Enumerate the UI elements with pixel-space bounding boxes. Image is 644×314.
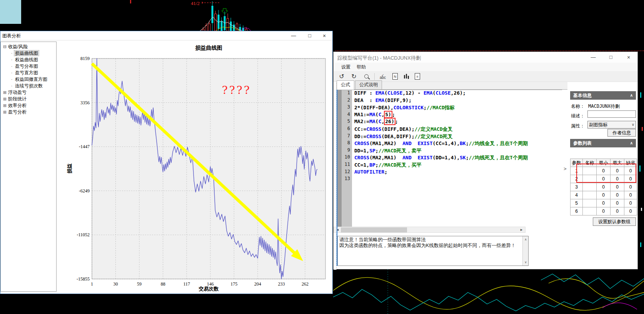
code-editor[interactable]: 1DIFF : EMA(CLOSE,12) - EMA(CLOSE,26);2D… — [337, 90, 562, 227]
param-cell[interactable]: 0 — [611, 167, 624, 175]
param-cell[interactable]: 0 — [624, 207, 637, 215]
param-cell[interactable]: 0 — [624, 167, 637, 175]
expand-icon[interactable]: ⊞ — [2, 89, 7, 96]
horizontal-scrollbar[interactable]: ◄ ► — [334, 227, 526, 233]
minimize-button[interactable]: — — [587, 53, 599, 61]
tree-item-盈亏分析[interactable]: ⊞盈亏分析 — [1, 109, 56, 115]
menu-item-设置[interactable]: 设置 — [338, 63, 354, 72]
chevron-up-icon: ∧ — [630, 139, 633, 147]
param-cell[interactable] — [583, 191, 597, 199]
tab-bar: 公式公式说明 — [337, 82, 567, 90]
dock-splitter[interactable] — [334, 52, 337, 270]
background-right-strip-mark — [639, 165, 641, 172]
collapse-icon[interactable]: ⊟ — [2, 43, 7, 50]
line-number: 8 — [337, 140, 352, 147]
close-button[interactable]: × — [623, 53, 634, 61]
param-row: 4000 — [571, 191, 637, 199]
name-label: 名称： — [571, 103, 585, 110]
svg-text:-1447: -1447 — [79, 144, 90, 149]
scroll-up-icon[interactable]: ∧ — [523, 237, 529, 242]
redo-icon[interactable]: ↻ — [350, 72, 358, 81]
tree-item-收益/风险[interactable]: ⊟收益/风险 — [1, 43, 56, 50]
menu-item-帮助[interactable]: 帮助 — [354, 63, 369, 72]
param-cell[interactable]: 0 — [611, 207, 624, 215]
tree-item-阶段统计[interactable]: ⊞阶段统计 — [1, 96, 56, 102]
scroll-down-icon[interactable]: ∨ — [523, 259, 529, 265]
tab-公式[interactable]: 公式 — [337, 80, 354, 90]
param-cell[interactable]: 0 — [624, 191, 637, 199]
tree-item-权益曲线图[interactable]: ·权益曲线图 — [1, 57, 56, 63]
new-doc-icon[interactable]: N — [391, 72, 399, 81]
background-indicator-chart — [333, 269, 644, 314]
param-cell[interactable] — [583, 207, 597, 215]
param-cell[interactable]: 0 — [611, 191, 624, 199]
minimize-button[interactable]: — — [288, 32, 299, 40]
expand-icon[interactable]: ⊞ — [2, 109, 7, 115]
set-default-params-button[interactable]: 设置默认参数组 — [593, 217, 636, 226]
price-callout-label: 41/2 — [191, 0, 200, 6]
basic-info-header-label: 基本信息 — [573, 93, 592, 98]
code-line: 8CROSS(MA1,MA2) AND EXIST(CC=1,4),BK;//均… — [337, 140, 562, 147]
svg-text:1: 1 — [91, 281, 93, 287]
scrollbar-thumb[interactable] — [341, 227, 407, 232]
panel-collapse-icon[interactable]: > — [564, 166, 567, 172]
param-cell[interactable]: 0 — [597, 183, 611, 191]
zoom-icon[interactable] — [362, 72, 370, 81]
editor-focus-line — [337, 90, 337, 266]
author-info-button[interactable]: 作者信息 — [607, 129, 636, 137]
code-line: 2DEA : EMA(DIFF,9); — [337, 97, 562, 105]
code-line: 9DD=1,SP;//MACD死叉，卖平 — [337, 147, 562, 155]
param-cell[interactable]: 0 — [597, 199, 611, 207]
param-cell[interactable] — [583, 199, 597, 207]
spellcheck-icon[interactable]: ✓abc — [379, 72, 387, 81]
expand-icon[interactable]: ⊞ — [2, 102, 7, 109]
line-number: 2 — [337, 97, 352, 105]
tree-item-label: 浮动盈亏 — [7, 90, 27, 95]
param-cell[interactable]: 0 — [597, 175, 611, 183]
param-cell[interactable] — [583, 183, 597, 191]
param-cell[interactable]: 0 — [611, 199, 624, 207]
tree-item-label: 权益回撤直方图 — [14, 77, 48, 82]
param-list-header[interactable]: 参数列表 ∧ — [570, 139, 636, 147]
tree-item-浮动盈亏[interactable]: ⊞浮动盈亏 — [1, 89, 56, 96]
param-cell[interactable]: 0 — [624, 175, 637, 183]
expand-icon[interactable]: ⊞ — [2, 96, 7, 102]
line-number: 3 — [337, 104, 352, 112]
param-cell[interactable]: 0 — [624, 199, 637, 207]
line-number: 9 — [337, 147, 352, 155]
param-cell[interactable] — [583, 175, 597, 183]
scroll-right-icon[interactable]: ► — [519, 227, 524, 232]
tree-item-盈亏直方图[interactable]: ·盈亏直方图 — [1, 70, 56, 76]
undo-icon[interactable]: ↺ — [337, 72, 346, 81]
desc-field[interactable] — [587, 110, 636, 118]
tree-item-效率分析[interactable]: ⊞效率分析 — [1, 102, 56, 109]
param-cell[interactable]: 0 — [597, 167, 611, 175]
param-cell[interactable]: 0 — [597, 191, 611, 199]
notice-scrollbar[interactable]: ∧ ∨ — [522, 236, 528, 266]
tree-item-盈亏分布图[interactable]: ·盈亏分布图 — [1, 63, 56, 70]
tree-item-权益回撤直方图[interactable]: ·权益回撤直方图 — [1, 76, 56, 83]
tree-leaf: · — [9, 57, 14, 63]
code-line: 32*(DIFF-DEA),COLORSTICK;//MACD指标 — [337, 104, 562, 112]
svg-text:59: 59 — [137, 281, 142, 287]
param-cell[interactable]: 0 — [624, 183, 637, 191]
param-cell[interactable]: 0 — [611, 175, 624, 183]
code-line: 12AUTOFILTER; — [337, 169, 562, 176]
param-row: 5000 — [571, 199, 637, 207]
maximize-button[interactable]: □ — [304, 32, 315, 40]
param-cell[interactable]: 0 — [611, 183, 624, 191]
param-cell[interactable]: 0 — [597, 207, 611, 215]
tree-item-连续亏损次数[interactable]: ·连续亏损次数 — [1, 83, 56, 89]
tree-item-损益曲线图[interactable]: ·损益曲线图 — [1, 50, 56, 57]
document-icon[interactable]: ≡ — [413, 72, 422, 81]
param-cell[interactable] — [583, 167, 597, 175]
attr-select[interactable]: 副图指标 ∨ — [587, 121, 636, 129]
indicator-icon[interactable] — [403, 73, 409, 80]
close-button[interactable]: × — [319, 32, 330, 40]
basic-info-header[interactable]: 基本信息 ∧ — [570, 91, 636, 100]
scroll-left-icon[interactable]: ◄ — [335, 227, 340, 232]
maximize-button[interactable]: □ — [605, 53, 617, 61]
svg-text:262: 262 — [302, 281, 309, 287]
tab-公式说明[interactable]: 公式说明 — [355, 80, 382, 89]
line-number: 7 — [337, 133, 352, 140]
